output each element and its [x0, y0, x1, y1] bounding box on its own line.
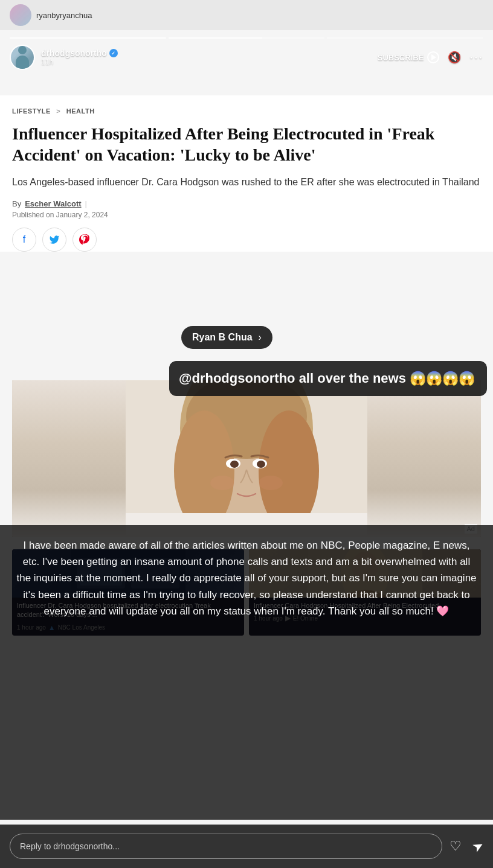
facebook-share-button[interactable]: f — [12, 228, 36, 252]
mention-chevron-icon: › — [259, 332, 262, 343]
breadcrumb-separator: > — [56, 107, 60, 115]
subscribe-label: SUBSCRIBE — [378, 53, 424, 62]
svg-point-11 — [210, 476, 234, 490]
send-icon[interactable]: ➤ — [469, 837, 487, 856]
story-time: 11h — [41, 58, 118, 66]
story-container: LIFESTYLE > HEALTH Influencer Hospitaliz… — [0, 30, 493, 868]
reply-placeholder: Reply to drhodgsonortho... — [20, 841, 120, 851]
author-name[interactable]: Escher Walcott — [25, 199, 81, 208]
mute-icon[interactable]: 🔇 — [448, 51, 461, 64]
author-prefix: By — [12, 199, 21, 208]
svg-point-10 — [257, 461, 265, 468]
more-options-icon[interactable]: ··· — [469, 51, 483, 65]
overlay-message: I have been made aware of all of the art… — [14, 537, 478, 619]
mention-bubble[interactable]: Ryan B Chua › — [181, 326, 272, 349]
story-header: drhodgsonortho ✓ 11h SUBSCRIBE 🔇 ··· — [0, 30, 493, 75]
social-buttons: f — [12, 228, 481, 252]
play-icon — [427, 51, 439, 63]
svg-point-12 — [259, 476, 283, 490]
story-user-info: drhodgsonortho ✓ 11h — [41, 48, 118, 66]
bold-caption-overlay: @drhodgsonortho all over the news 😱😱😱😱 — [169, 361, 487, 396]
pipe: | — [85, 199, 87, 208]
article-date: Published on January 2, 2024 — [12, 211, 481, 219]
progress-bars — [10, 37, 483, 39]
reply-icons: ♡ ➤ — [450, 838, 483, 854]
breadcrumb: LIFESTYLE > HEALTH — [12, 107, 481, 115]
svg-point-9 — [230, 461, 239, 468]
story-avatar[interactable] — [10, 45, 35, 70]
progress-segment-2 — [169, 37, 325, 39]
play-triangle — [431, 54, 436, 60]
article-subtitle: Los Angeles-based influencer Dr. Cara Ho… — [12, 175, 481, 190]
article-title: Influencer Hospitalized After Being Elec… — [12, 123, 481, 165]
reply-input[interactable]: Reply to drhodgsonortho... — [10, 834, 442, 859]
progress-segment-3 — [327, 37, 483, 39]
bold-caption-text: @drhodgsonortho all over the news 😱😱😱😱 — [179, 371, 475, 386]
pinterest-share-button[interactable] — [72, 228, 97, 252]
person-photo: Ad — [12, 380, 481, 537]
mention-name: Ryan B Chua — [192, 332, 253, 343]
avatar-image — [11, 46, 34, 69]
article-author-line: By Escher Walcott | — [12, 199, 481, 208]
article-card: LIFESTYLE > HEALTH Influencer Hospitaliz… — [0, 95, 493, 252]
breadcrumb-lifestyle[interactable]: LIFESTYLE — [12, 107, 51, 115]
prev-story-avatar — [10, 4, 31, 26]
article-image: Ad — [12, 380, 481, 537]
story-header-right: SUBSCRIBE 🔇 ··· — [378, 51, 483, 65]
verified-badge-icon: ✓ — [109, 49, 118, 57]
breadcrumb-health[interactable]: HEALTH — [66, 107, 95, 115]
story-user-left: drhodgsonortho ✓ 11h — [10, 45, 118, 70]
overlay-text-box: I have been made aware of all of the art… — [0, 525, 493, 820]
avatar-silhouette — [14, 46, 31, 69]
top-bar: ryanbyryanchua — [0, 0, 493, 30]
reply-bar: Reply to drhodgsonortho... ♡ ➤ — [0, 825, 493, 868]
username-row: drhodgsonortho ✓ — [41, 48, 118, 58]
progress-segment-1 — [10, 37, 166, 39]
heart-icon[interactable]: ♡ — [450, 838, 462, 854]
story-user-row: drhodgsonortho ✓ 11h SUBSCRIBE 🔇 ··· — [10, 45, 483, 70]
prev-story-username: ryanbyryanchua — [36, 11, 92, 20]
subscribe-button[interactable]: SUBSCRIBE — [378, 51, 440, 63]
story-username[interactable]: drhodgsonortho — [41, 48, 107, 58]
twitter-share-button[interactable] — [42, 228, 66, 252]
